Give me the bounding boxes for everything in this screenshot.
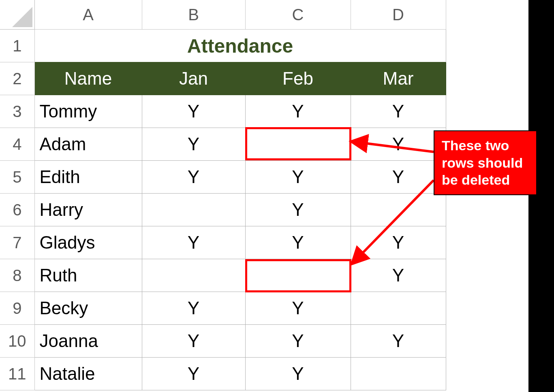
cell-mar[interactable] bbox=[351, 292, 446, 325]
table-row: 11 Natalie Y Y bbox=[0, 358, 446, 390]
spreadsheet-grid[interactable]: A B C D 1 Attendance 2 Name Jan Feb Mar … bbox=[0, 0, 446, 390]
header-row: 2 Name Jan Feb Mar bbox=[0, 62, 446, 95]
cell-jan[interactable]: Y bbox=[142, 128, 245, 161]
cell-mar[interactable] bbox=[351, 358, 446, 390]
row-header-9[interactable]: 9 bbox=[0, 292, 34, 325]
header-mar[interactable]: Mar bbox=[351, 62, 446, 95]
table-row: 6 Harry Y bbox=[0, 194, 446, 226]
cell-feb[interactable]: Y bbox=[245, 226, 351, 259]
callout-line3: be deleted bbox=[442, 171, 529, 189]
col-header-C[interactable]: C bbox=[245, 0, 351, 30]
cell-name[interactable]: Edith bbox=[34, 161, 142, 194]
crop-black-strip bbox=[528, 0, 554, 392]
cell-jan[interactable]: Y bbox=[142, 292, 245, 325]
table-row: 10 Joanna Y Y Y bbox=[0, 325, 446, 358]
select-all-triangle[interactable] bbox=[0, 0, 34, 30]
cell-feb[interactable]: Y bbox=[245, 358, 351, 390]
header-feb[interactable]: Feb bbox=[245, 62, 351, 95]
title-cell[interactable]: Attendance bbox=[34, 30, 446, 62]
cell-feb[interactable] bbox=[245, 259, 351, 292]
callout-line1: These two bbox=[442, 137, 529, 154]
cell-mar[interactable]: Y bbox=[351, 95, 446, 128]
cell-mar[interactable] bbox=[351, 194, 446, 226]
row-header-5[interactable]: 5 bbox=[0, 161, 34, 194]
cell-jan[interactable]: Y bbox=[142, 161, 245, 194]
cell-name[interactable]: Gladys bbox=[34, 226, 142, 259]
row-header-6[interactable]: 6 bbox=[0, 194, 34, 226]
row-header-11[interactable]: 11 bbox=[0, 358, 34, 390]
cell-mar[interactable]: Y bbox=[351, 325, 446, 358]
col-header-A[interactable]: A bbox=[34, 0, 142, 30]
cell-jan[interactable]: Y bbox=[142, 358, 245, 390]
cell-feb[interactable]: Y bbox=[245, 325, 351, 358]
row-header-7[interactable]: 7 bbox=[0, 226, 34, 259]
callout-line2: rows should bbox=[442, 154, 529, 172]
row-header-4[interactable]: 4 bbox=[0, 128, 34, 161]
row-header-1[interactable]: 1 bbox=[0, 30, 34, 62]
cell-jan[interactable]: Y bbox=[142, 325, 245, 358]
cell-name[interactable]: Becky bbox=[34, 292, 142, 325]
title-row: 1 Attendance bbox=[0, 30, 446, 62]
row-header-8[interactable]: 8 bbox=[0, 259, 34, 292]
cell-jan[interactable]: Y bbox=[142, 226, 245, 259]
table-row: 9 Becky Y Y bbox=[0, 292, 446, 325]
cell-name[interactable]: Natalie bbox=[34, 358, 142, 390]
row-header-2[interactable]: 2 bbox=[0, 62, 34, 95]
header-name[interactable]: Name bbox=[34, 62, 142, 95]
cell-jan[interactable]: Y bbox=[142, 95, 245, 128]
cell-name[interactable]: Adam bbox=[34, 128, 142, 161]
header-jan[interactable]: Jan bbox=[142, 62, 245, 95]
row-header-10[interactable]: 10 bbox=[0, 325, 34, 358]
table-row: 4 Adam Y Y bbox=[0, 128, 446, 161]
cell-feb[interactable]: Y bbox=[245, 292, 351, 325]
table-row: 3 Tommy Y Y Y bbox=[0, 95, 446, 128]
cell-mar[interactable]: Y bbox=[351, 161, 446, 194]
col-header-D[interactable]: D bbox=[351, 0, 446, 30]
cell-mar[interactable]: Y bbox=[351, 259, 446, 292]
spreadsheet-viewport: A B C D 1 Attendance 2 Name Jan Feb Mar … bbox=[0, 0, 554, 392]
col-header-B[interactable]: B bbox=[142, 0, 245, 30]
cell-name[interactable]: Harry bbox=[34, 194, 142, 226]
annotation-callout: These two rows should be deleted bbox=[434, 130, 537, 195]
cell-mar[interactable]: Y bbox=[351, 128, 446, 161]
cell-jan[interactable] bbox=[142, 194, 245, 226]
cell-feb[interactable]: Y bbox=[245, 95, 351, 128]
table-row: 5 Edith Y Y Y bbox=[0, 161, 446, 194]
cell-feb[interactable] bbox=[245, 128, 351, 161]
row-header-3[interactable]: 3 bbox=[0, 95, 34, 128]
column-header-row: A B C D bbox=[0, 0, 446, 30]
cell-feb[interactable]: Y bbox=[245, 161, 351, 194]
cell-name[interactable]: Tommy bbox=[34, 95, 142, 128]
cell-jan[interactable] bbox=[142, 259, 245, 292]
table-row: 8 Ruth Y bbox=[0, 259, 446, 292]
cell-name[interactable]: Joanna bbox=[34, 325, 142, 358]
cell-feb[interactable]: Y bbox=[245, 194, 351, 226]
cell-name[interactable]: Ruth bbox=[34, 259, 142, 292]
cell-mar[interactable]: Y bbox=[351, 226, 446, 259]
table-row: 7 Gladys Y Y Y bbox=[0, 226, 446, 259]
